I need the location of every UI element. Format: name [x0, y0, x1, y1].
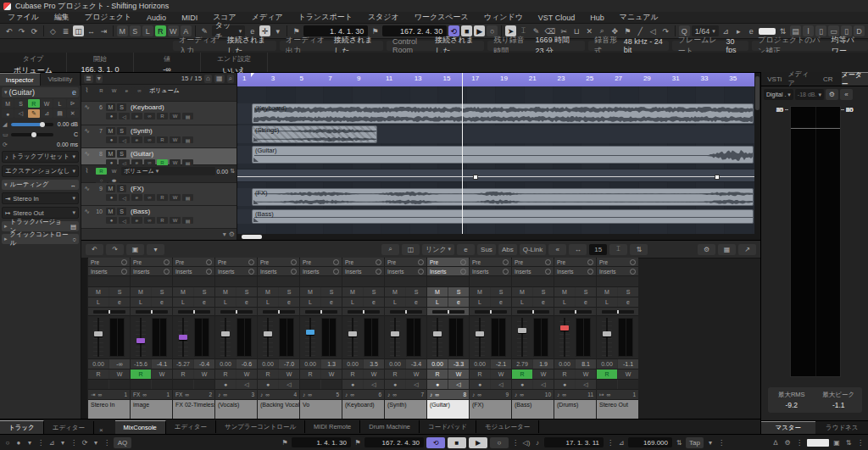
monitor-icon[interactable]: ◁	[406, 380, 426, 389]
menu-item-トランスポート[interactable]: トランスポート	[291, 12, 360, 23]
menu-item-VST Cloud[interactable]: VST Cloud	[531, 12, 582, 23]
right-tab-メーター[interactable]: メーター	[842, 72, 868, 86]
tempo-stepper[interactable]: ⇅	[675, 439, 683, 447]
read-automation-button[interactable]: R	[342, 369, 363, 379]
menu-item-マニュアル[interactable]: マニュアル	[612, 12, 666, 23]
menu-item-MIDI[interactable]: MIDI	[174, 12, 205, 23]
pan-control[interactable]	[597, 308, 638, 316]
channel-edit-button[interactable]: e	[576, 297, 596, 307]
read-automation-button[interactable]: R	[215, 369, 236, 379]
event-fade-handle[interactable]	[253, 118, 259, 122]
fader-cap[interactable]	[476, 331, 484, 336]
fader-cap[interactable]	[560, 325, 569, 331]
channel-listen-button[interactable]: L	[385, 297, 405, 307]
channel-mute-button[interactable]: M	[300, 287, 320, 297]
channel-name[interactable]: (FX)	[470, 400, 511, 419]
fader-cap[interactable]	[136, 338, 145, 343]
drag-handle[interactable]: ⋮	[717, 439, 726, 447]
pan-slider[interactable]	[475, 310, 507, 314]
inspector-btn-M[interactable]: M	[2, 99, 14, 108]
drag-handle[interactable]: ⋮	[36, 439, 45, 447]
channel-listen-button[interactable]: L	[554, 297, 575, 307]
rack-bypass-icon[interactable]	[587, 259, 593, 265]
pan-slider[interactable]	[263, 310, 295, 314]
global-l-button[interactable]: L	[142, 25, 153, 36]
channel-name[interactable]: (Guitar)	[427, 400, 469, 419]
play-button[interactable]: ▶	[469, 437, 487, 448]
snap-grid-icon[interactable]: ▸	[733, 25, 744, 36]
write-automation-button[interactable]: W	[576, 369, 596, 379]
meter-mode-dropdown[interactable]: Digital . ▾	[764, 89, 793, 100]
channel-listen-button[interactable]: L	[215, 297, 236, 307]
read-automation-button[interactable]: R	[385, 369, 405, 379]
drag-handle[interactable]: ⋮	[795, 439, 804, 447]
pan-slider[interactable]	[136, 310, 168, 314]
write-automation-button[interactable]: W	[448, 369, 469, 379]
tempo-icon[interactable]: ⊿	[617, 439, 626, 447]
channel-name[interactable]: image	[131, 400, 172, 419]
monitor-icon[interactable]: ◁	[364, 380, 384, 389]
read-automation-button[interactable]: R	[427, 369, 448, 379]
mixer-redo-button[interactable]: ↷	[106, 244, 124, 255]
fader-cap[interactable]	[94, 331, 103, 336]
track-mute-button[interactable]: M	[106, 185, 115, 192]
fader-track[interactable]	[559, 318, 570, 357]
fader-track[interactable]	[178, 318, 188, 357]
write-automation-button[interactable]: W	[170, 194, 181, 201]
channel-solo-button[interactable]: S	[618, 287, 638, 297]
link-icon[interactable]: ∞	[144, 217, 155, 224]
time-position-value[interactable]: 17. 1. 3. 11	[544, 437, 604, 447]
channel-listen-button[interactable]: L	[597, 297, 617, 307]
channel-name[interactable]: FX 02-Timeless 3	[173, 400, 214, 419]
event-display[interactable]: (Keyboard)(Strings)(Guitar)(FX)(Bass)	[237, 86, 754, 234]
rack-bypass-icon[interactable]	[291, 259, 297, 265]
channel-mute-button[interactable]: M	[512, 287, 532, 297]
midi-activity-icon[interactable]: ▣	[832, 439, 841, 447]
write-automation-button[interactable]: W	[533, 369, 554, 379]
read-automation-button[interactable]: R	[157, 217, 168, 224]
pan-control[interactable]	[427, 308, 469, 316]
autoscroll-button[interactable]: ⇥	[98, 25, 109, 36]
global-r-button[interactable]: R	[155, 25, 166, 36]
inserts-rack[interactable]: Inserts	[215, 267, 257, 276]
drag-handle[interactable]: ⋮	[856, 439, 865, 447]
rack-bypass-icon[interactable]	[630, 259, 636, 265]
pre-rack[interactable]: Pre	[300, 258, 342, 267]
pan-slider[interactable]	[390, 310, 422, 314]
read-automation-button[interactable]: R	[157, 136, 168, 143]
pre-rack[interactable]: Pre	[554, 258, 596, 267]
record-button[interactable]: ○	[490, 437, 509, 448]
drag-handle[interactable]: ⋮	[511, 439, 520, 447]
mixer-channel[interactable]: PreInsertsMSLe0.00-∞RW⇥∞1Stereo In	[88, 258, 130, 419]
channel-name[interactable]: (Backing Vocals)	[258, 400, 299, 419]
inspector-btn-S[interactable]: S	[14, 99, 26, 108]
monitor-icon[interactable]: ◁	[119, 217, 130, 224]
channel-name[interactable]: (Vocals)	[215, 400, 257, 419]
channel-name[interactable]: Stereo Out	[597, 400, 638, 419]
record-enable-icon[interactable]: ●	[512, 380, 532, 389]
open-external-mixer-button[interactable]: ↗	[738, 244, 756, 255]
channel-mute-button[interactable]: M	[131, 287, 151, 297]
read-automation-button[interactable]: R	[300, 369, 320, 379]
zoom-channels-icon[interactable]: ↔	[569, 244, 587, 255]
tap-tempo-button[interactable]: Tap	[686, 437, 704, 448]
channel-count-value[interactable]: 15	[589, 244, 607, 255]
undo-button[interactable]: ↶	[3, 25, 14, 36]
channel-mute-button[interactable]: M	[88, 287, 108, 297]
fader-track[interactable]	[305, 318, 315, 357]
channel-strip-icon[interactable]: ▤	[182, 194, 193, 201]
position-icon[interactable]: ♪	[533, 439, 542, 447]
channel-edit-button[interactable]: e	[152, 297, 172, 307]
mixer-channel[interactable]: PreInsertsMSLe0.00-7.0RW●◁♪∞4(Backing Vo…	[258, 258, 299, 419]
rack-bypass-icon[interactable]	[333, 269, 339, 275]
event-fade-handle[interactable]	[253, 200, 259, 204]
fader-track[interactable]	[220, 318, 231, 357]
track-mute-button[interactable]: M	[106, 150, 115, 158]
channel-solo-button[interactable]: S	[236, 287, 257, 297]
channel-edit-button[interactable]: e	[236, 297, 257, 307]
menu-item-ウィンドウ[interactable]: ウィンドウ	[476, 12, 531, 23]
pre-rack[interactable]: Pre	[597, 258, 638, 267]
track-row[interactable]: ∿7MS(Synth)●◁e∞RW▤	[81, 125, 236, 148]
track-mute-button[interactable]: M	[106, 103, 115, 111]
fader-cap[interactable]	[306, 330, 314, 335]
